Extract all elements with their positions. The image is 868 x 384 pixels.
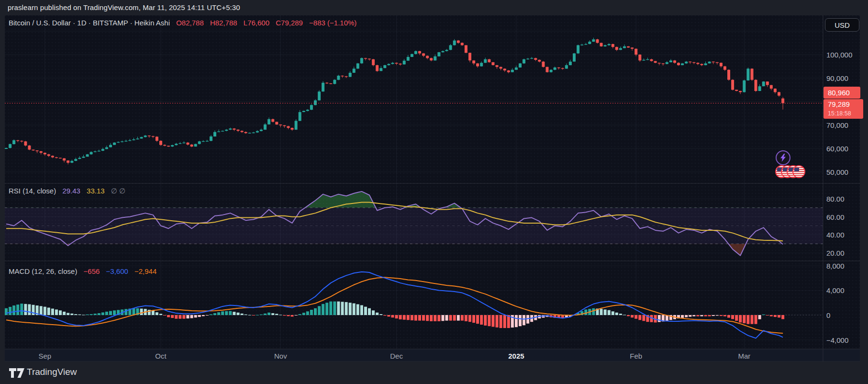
- rsi-tick-label: 60.00: [826, 213, 845, 221]
- symbol-title[interactable]: Bitcoin / U.S. Dollar · 1D · BITSTAMP · …: [9, 19, 170, 27]
- price-tick-label: 50,000: [826, 168, 848, 176]
- macd-tick-label: 0: [826, 311, 830, 319]
- rsi-legend[interactable]: RSI (14, close) 29.43 33.13 ∅ ∅: [9, 187, 125, 195]
- ha-close-badge: 79,289 15:18:58: [823, 99, 863, 119]
- ha-close-price: 79,289: [828, 99, 863, 110]
- time-axis-label: Dec: [390, 352, 403, 360]
- last-price-badge: 80,960: [823, 87, 860, 99]
- price-tick-label: 60,000: [826, 145, 848, 153]
- price-tick-label: 70,000: [826, 121, 848, 129]
- ohlc-high: H82,788: [210, 19, 237, 27]
- macd-signal-value: −2,944: [134, 267, 156, 275]
- minds-flag-icons[interactable]: [775, 165, 805, 178]
- rsi-tick-label: 20.00: [826, 249, 845, 257]
- ohlc-close: C79,289: [276, 19, 303, 27]
- ohlc-low: L76,600: [244, 19, 269, 27]
- us-flag-icon[interactable]: [792, 165, 805, 178]
- ohlc-open: O82,788: [176, 19, 204, 27]
- rsi-title[interactable]: RSI (14, close): [9, 187, 56, 195]
- time-axis-label: Mar: [738, 352, 750, 360]
- macd-legend[interactable]: MACD (12, 26, close) −656 −3,600 −2,944: [9, 267, 156, 275]
- price-tick-label: 90,000: [826, 74, 848, 82]
- rsi-value: 29.43: [62, 187, 80, 195]
- time-axis-label: Sep: [38, 352, 51, 360]
- tradingview-logo-icon[interactable]: [9, 367, 25, 379]
- rsi-tick-label: 80.00: [826, 195, 845, 203]
- rsi-tick-label: 40.00: [826, 231, 845, 239]
- macd-title[interactable]: MACD (12, 26, close): [9, 267, 77, 275]
- macd-line-value: −3,600: [106, 267, 128, 275]
- ohlc-change: −883 (−1.10%): [309, 19, 356, 27]
- footer-bar: TradingView: [0, 361, 868, 384]
- time-axis-label: Feb: [630, 352, 642, 360]
- symbol-legend[interactable]: Bitcoin / U.S. Dollar · 1D · BITSTAMP · …: [9, 19, 356, 27]
- currency-toggle-button[interactable]: USD: [825, 18, 859, 32]
- lightning-icon[interactable]: [776, 150, 790, 165]
- tradingview-brand-text[interactable]: TradingView: [27, 367, 77, 377]
- tradingview-published-chart: praslearn published on TradingView.com, …: [0, 0, 868, 384]
- time-axis-label: Oct: [155, 352, 166, 360]
- chart-canvas[interactable]: [0, 0, 868, 384]
- macd-tick-label: 8,000: [826, 261, 845, 270]
- time-axis-label: 2025: [508, 352, 524, 360]
- bar-countdown: 15:18:58: [828, 110, 863, 117]
- rsi-ma-value: 33.13: [87, 187, 105, 195]
- price-tick-label: 100,000: [826, 51, 852, 59]
- rsi-empty-values: ∅ ∅: [111, 187, 125, 195]
- macd-tick-label: 4,000: [826, 286, 845, 294]
- macd-tick-label: −4,000: [826, 336, 848, 344]
- macd-hist-value: −656: [84, 267, 100, 275]
- time-axis-label: Nov: [274, 352, 287, 360]
